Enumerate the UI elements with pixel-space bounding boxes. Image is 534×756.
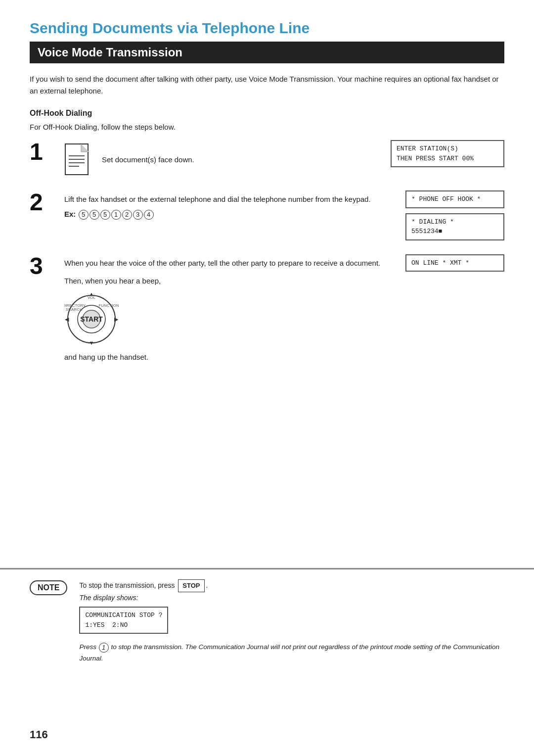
step-2-lcd-box-1: * PHONE OFF HOOK * (405, 190, 504, 208)
step-1-content: Set document(s) face down. (64, 140, 386, 177)
spacer (30, 380, 504, 568)
stop-button-inline: STOP (178, 579, 204, 592)
digit-3: 3 (133, 210, 143, 220)
intro-text: If you wish to send the document after t… (30, 73, 504, 97)
digit-1: 1 (111, 210, 121, 220)
page: Sending Documents via Telephone Line Voi… (0, 0, 534, 756)
digit-5a: 5 (79, 210, 89, 220)
step-1: 1 Set document(s) face down. EN (30, 140, 504, 177)
step-2-text-1: Lift the fax handset or the external tel… (64, 193, 386, 205)
note-list: To stop the transmission, press STOP. Th… (79, 579, 504, 665)
page-divider (0, 568, 534, 569)
step-2-lcd-box-2: * DIALING * 5551234■ (405, 213, 504, 240)
step-1-lcd: ENTER STATION(S) THEN PRESS START 00% (386, 140, 504, 167)
note-content: To stop the transmission, press STOP. Th… (79, 579, 504, 669)
note-item-2: Press 1 to stop the transmission. The Co… (79, 642, 504, 664)
step-2-lcd: * PHONE OFF HOOK * * DIALING * 5551234■ (386, 190, 504, 240)
page-number: 116 (30, 728, 48, 741)
svg-text:◀: ◀ (65, 316, 69, 322)
document-icon (64, 143, 94, 177)
svg-text:START: START (80, 315, 103, 323)
svg-text:FUNCTION: FUNCTION (98, 303, 119, 308)
step-3-lcd-box: ON LINE * XMT * (405, 254, 504, 272)
step-1-number: 1 (30, 140, 59, 164)
step-3-text-1: When you hear the voice of the other par… (64, 257, 386, 269)
note-badge: NOTE (30, 580, 67, 595)
step-3-sub: Then, when you hear a beep, START (64, 275, 386, 363)
step-2-content: Lift the fax handset or the external tel… (64, 190, 386, 223)
subheading-desc: For Off-Hook Dialing, follow the steps b… (30, 123, 504, 131)
step-1-lcd-box: ENTER STATION(S) THEN PRESS START 00% (391, 140, 504, 167)
page-title: Sending Documents via Telephone Line (30, 0, 504, 42)
step-3: 3 When you hear the voice of the other p… (30, 254, 504, 366)
step-3-text-3: and hang up the handset. (64, 351, 386, 363)
note-lcd-box: COMMUNICATION STOP ? 1:YES 2:NO (79, 607, 168, 634)
subheading: Off-Hook Dialing (30, 109, 504, 118)
note-item-1-post: . (206, 581, 208, 589)
note-circle-1: 1 (99, 643, 109, 653)
step-2: 2 Lift the fax handset or the external t… (30, 190, 504, 240)
step-3-content: When you hear the voice of the other par… (64, 254, 386, 366)
note-item-2-pre: Press 1 to stop the transmission. The Co… (79, 643, 499, 662)
digit-4: 4 (144, 210, 154, 220)
svg-text:▶: ▶ (114, 316, 119, 322)
svg-text:▲: ▲ (89, 292, 94, 297)
step-1-text: Set document(s) face down. (102, 154, 194, 166)
start-button-area: START DIRECTORY SEARCH FUNCTION VOL ▼ ▲ … (64, 292, 386, 346)
step-3-text-2: Then, when you hear a beep, (64, 275, 386, 287)
digit-5c: 5 (100, 210, 110, 220)
digit-5b: 5 (89, 210, 99, 220)
note-display-shows: The display shows: (79, 594, 138, 602)
step-2-ex: Ex: 5551234 (64, 208, 386, 220)
note-item-1: To stop the transmission, press STOP. Th… (79, 579, 504, 638)
digit-2: 2 (122, 210, 132, 220)
note-item-1-pre: To stop the transmission, press (79, 581, 177, 589)
start-button-icon: START DIRECTORY SEARCH FUNCTION VOL ▼ ▲ … (64, 292, 119, 346)
note-item-2-rest: to stop the transmission. The Communicat… (79, 643, 499, 662)
svg-text:▼: ▼ (89, 340, 94, 346)
step-3-lcd: ON LINE * XMT * (386, 254, 504, 272)
step-2-number: 2 (30, 190, 59, 214)
section-header: Voice Mode Transmission (30, 42, 504, 63)
step-3-number: 3 (30, 254, 59, 278)
note-section: NOTE To stop the transmission, press STO… (30, 579, 504, 669)
svg-text:SEARCH: SEARCH (66, 307, 83, 312)
